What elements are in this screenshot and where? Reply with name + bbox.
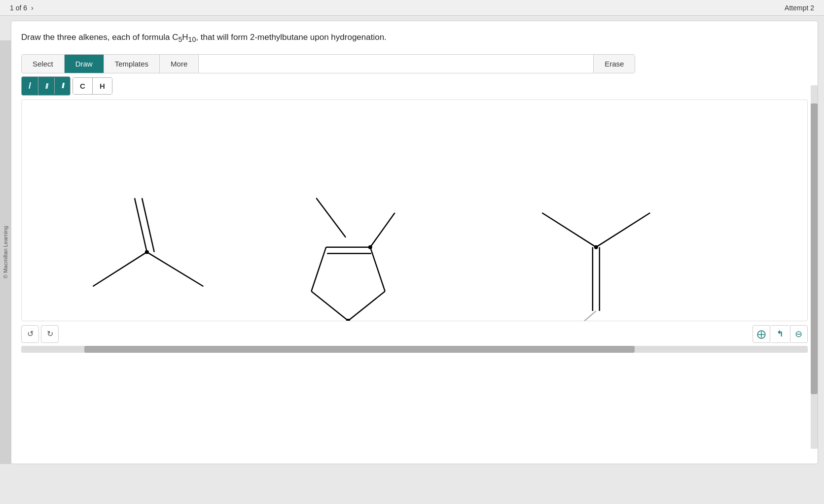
more-button[interactable]: More [160, 55, 199, 73]
molecule-canvas[interactable] [22, 100, 807, 321]
main-container: Draw the three alkenes, each of formula … [11, 21, 818, 464]
svg-line-11 [311, 247, 326, 291]
templates-button[interactable]: Templates [104, 55, 160, 73]
zoom-controls: ⨁ ↰ ⊖ [752, 325, 808, 343]
copyright-label: © Macmillan Learning [0, 40, 11, 464]
undo-redo-group: ↺ ↻ [21, 325, 59, 343]
select-button[interactable]: Select [22, 55, 65, 73]
svg-line-10 [311, 291, 348, 321]
progress-area: 1 of 6 › [10, 4, 34, 12]
hydrogen-button[interactable]: H [93, 78, 112, 94]
attempt-text: Attempt 2 [785, 4, 814, 12]
zoom-fit-button[interactable]: ↰ [771, 325, 789, 343]
bond-group: / // /// [21, 76, 71, 96]
single-bond-button[interactable]: / [22, 77, 38, 95]
bottom-controls: ↺ ↻ ⨁ ↰ ⊖ [21, 325, 808, 343]
svg-line-1 [142, 198, 154, 252]
draw-button[interactable]: Draw [65, 55, 104, 73]
svg-line-20 [562, 311, 596, 321]
zoom-out-icon: ⊖ [795, 329, 802, 339]
svg-line-5 [316, 198, 346, 237]
svg-line-0 [135, 198, 147, 252]
redo-button[interactable]: ↻ [41, 325, 59, 343]
svg-line-12 [370, 213, 395, 247]
undo-button[interactable]: ↺ [21, 325, 39, 343]
erase-button[interactable]: Erase [593, 55, 635, 73]
zoom-out-button[interactable]: ⊖ [790, 325, 808, 343]
top-bar: 1 of 6 › Attempt 2 [0, 0, 824, 16]
vertical-scrollbar[interactable] [811, 85, 818, 449]
scrollbar[interactable] [21, 346, 808, 353]
svg-point-4 [145, 250, 149, 254]
chevron-right-icon: › [31, 4, 34, 12]
svg-point-13 [368, 245, 372, 249]
svg-line-17 [596, 213, 650, 247]
svg-line-8 [370, 247, 385, 291]
scrollbar-thumb[interactable] [84, 346, 635, 353]
vertical-scrollbar-thumb[interactable] [811, 103, 818, 394]
drawing-area[interactable] [21, 100, 808, 321]
svg-line-3 [147, 252, 203, 286]
progress-text: 1 of 6 [10, 4, 27, 12]
sub-5: 5 [178, 35, 182, 43]
svg-line-16 [542, 213, 596, 247]
zoom-fit-icon: ↰ [777, 329, 783, 338]
svg-line-2 [93, 252, 147, 286]
triple-bond-button[interactable]: /// [55, 78, 70, 94]
atom-group: C H [72, 77, 112, 95]
sub-10: 10 [188, 35, 196, 43]
question-text: Draw the three alkenes, each of formula … [21, 31, 808, 45]
zoom-in-icon: ⨁ [757, 329, 766, 339]
draw-tools-row: / // /// C H [21, 76, 808, 96]
carbon-button[interactable]: C [73, 78, 93, 94]
double-bond-button[interactable]: // [38, 78, 55, 94]
svg-line-9 [348, 291, 385, 321]
zoom-in-button[interactable]: ⨁ [752, 325, 770, 343]
